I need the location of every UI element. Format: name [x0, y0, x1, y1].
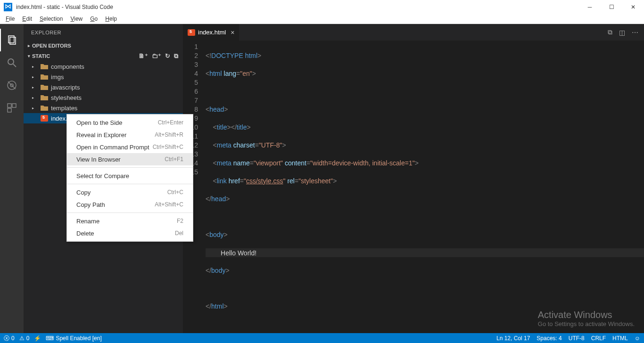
svg-line-3	[13, 64, 16, 67]
ctx-select-compare[interactable]: Select for Compare	[67, 170, 193, 182]
ctx-copy-path[interactable]: Copy PathAlt+Shift+C	[67, 198, 193, 211]
editor-tabs: index.html × ⧉ ◫ ⋯	[183, 24, 644, 41]
section-label: OPEN EDITORS	[32, 43, 71, 49]
svg-rect-7	[8, 104, 11, 107]
activity-bar	[0, 24, 24, 333]
menu-help[interactable]: Help	[101, 14, 121, 24]
ctx-separator	[67, 184, 193, 184]
maximize-button[interactable]: ☐	[601, 0, 622, 14]
tree-label: imgs	[51, 74, 64, 81]
status-eol[interactable]: CRLF	[591, 335, 606, 342]
folder-icon	[41, 84, 48, 90]
menu-selection[interactable]: Selection	[36, 14, 66, 24]
status-position[interactable]: Ln 12, Col 17	[496, 335, 530, 342]
tab-index-html[interactable]: index.html ×	[183, 24, 239, 41]
chevron-right-icon: ▸	[32, 85, 38, 90]
vscode-logo-icon	[4, 3, 12, 11]
svg-point-2	[8, 59, 14, 65]
folder-icon	[41, 74, 48, 80]
ctx-reveal-explorer[interactable]: Reveal in ExplorerAlt+Shift+R	[67, 129, 193, 141]
menubar: File Edit Selection View Go Help	[0, 14, 644, 24]
status-encoding[interactable]: UTF-8	[569, 335, 585, 342]
status-git-icon[interactable]: ⚡	[34, 335, 41, 342]
svg-line-6	[8, 82, 16, 89]
tree-label: javascripts	[51, 84, 80, 91]
menu-view[interactable]: View	[66, 14, 86, 24]
activity-explorer-icon[interactable]	[0, 29, 24, 51]
tab-label: index.html	[198, 29, 226, 36]
new-file-icon[interactable]: 🗎⁺	[139, 52, 148, 60]
chevron-right-icon: ▸	[32, 106, 38, 110]
folder-javascripts[interactable]: ▸javascripts	[24, 82, 183, 92]
minimize-button[interactable]: ─	[579, 0, 601, 14]
close-button[interactable]: ✕	[622, 0, 644, 14]
status-spell[interactable]: ⌨Spell Enabled [en]	[46, 335, 101, 342]
status-errors[interactable]: ⓧ0	[4, 335, 15, 343]
folder-imgs[interactable]: ▸imgs	[24, 72, 183, 82]
status-spaces[interactable]: Spaces: 4	[537, 335, 561, 342]
folder-stylesheets[interactable]: ▸stylesheets	[24, 92, 183, 103]
chevron-right-icon: ▸	[32, 75, 38, 79]
svg-rect-8	[12, 104, 16, 107]
code-content[interactable]: <!DOCTYPE html> <html lang="en"> <head> …	[206, 41, 644, 333]
ctx-delete[interactable]: DeleteDel	[67, 227, 193, 239]
chevron-down-icon: ▾	[25, 54, 32, 58]
chevron-right-icon: ▸	[32, 65, 38, 69]
section-tools: 🗎⁺ 🗀⁺ ↻ ⧉	[139, 52, 181, 60]
sidebar-title: EXPLORER	[24, 24, 183, 41]
folder-icon	[41, 63, 48, 70]
status-feedback-icon[interactable]: ☺	[635, 335, 640, 342]
svg-rect-9	[8, 108, 11, 112]
ctx-copy[interactable]: CopyCtrl+C	[67, 186, 193, 198]
status-language[interactable]: HTML	[612, 335, 628, 342]
ctx-open-cmd[interactable]: Open in Command PromptCtrl+Shift+C	[67, 141, 193, 153]
section-project[interactable]: ▾ STATIC 🗎⁺ 🗀⁺ ↻ ⧉	[24, 51, 183, 61]
editor-actions: ⧉ ◫ ⋯	[608, 24, 644, 41]
warning-icon: ⚠	[19, 335, 25, 342]
menu-edit[interactable]: Edit	[18, 14, 36, 24]
refresh-icon[interactable]: ↻	[165, 52, 170, 60]
window-controls: ─ ☐ ✕	[579, 0, 644, 14]
ctx-separator	[67, 212, 193, 213]
section-open-editors[interactable]: ▸ OPEN EDITORS	[24, 41, 183, 51]
keyboard-icon: ⌨	[46, 335, 54, 342]
statusbar: ⓧ0 ⚠0 ⚡ ⌨Spell Enabled [en] Ln 12, Col 1…	[0, 333, 644, 343]
compare-icon[interactable]: ⧉	[608, 28, 612, 36]
folder-icon	[41, 105, 48, 111]
tree-label: components	[51, 63, 84, 70]
status-warnings[interactable]: ⚠0	[19, 335, 30, 342]
ctx-view-in-browser[interactable]: View In BrowserCtrl+F1	[67, 153, 193, 165]
split-editor-icon[interactable]: ◫	[619, 29, 625, 36]
section-label: STATIC	[32, 53, 50, 59]
new-folder-icon[interactable]: 🗀⁺	[152, 52, 161, 60]
html-file-icon	[41, 115, 48, 122]
activity-extensions-icon[interactable]	[0, 97, 24, 119]
collapse-icon[interactable]: ⧉	[174, 52, 178, 60]
tree-label: templates	[51, 105, 77, 112]
more-icon[interactable]: ⋯	[632, 29, 638, 36]
close-tab-icon[interactable]: ×	[231, 29, 234, 36]
chevron-right-icon: ▸	[25, 43, 32, 48]
titlebar: index.html - static - Visual Studio Code…	[0, 0, 644, 14]
editor-body[interactable]: 123456789101112131415 <!DOCTYPE html> <h…	[183, 41, 644, 333]
editor-area: index.html × ⧉ ◫ ⋯ 123456789101112131415…	[183, 24, 644, 333]
folder-templates[interactable]: ▸templates	[24, 103, 183, 113]
tree-label: stylesheets	[51, 94, 82, 101]
context-menu: Open to the SideCtrl+Enter Reveal in Exp…	[66, 114, 193, 242]
ctx-separator	[67, 167, 193, 168]
menu-file[interactable]: File	[2, 14, 18, 24]
chevron-right-icon: ▸	[32, 96, 38, 100]
error-icon: ⓧ	[4, 335, 9, 343]
activity-search-icon[interactable]	[0, 51, 24, 74]
menu-go[interactable]: Go	[86, 14, 101, 24]
folder-components[interactable]: ▸components	[24, 61, 183, 72]
window-title: index.html - static - Visual Studio Code	[16, 4, 113, 10]
folder-icon	[41, 94, 48, 101]
ctx-rename[interactable]: RenameF2	[67, 215, 193, 227]
html-file-icon	[188, 29, 195, 36]
ctx-open-side[interactable]: Open to the SideCtrl+Enter	[67, 116, 193, 129]
activity-debug-icon[interactable]	[0, 74, 24, 97]
